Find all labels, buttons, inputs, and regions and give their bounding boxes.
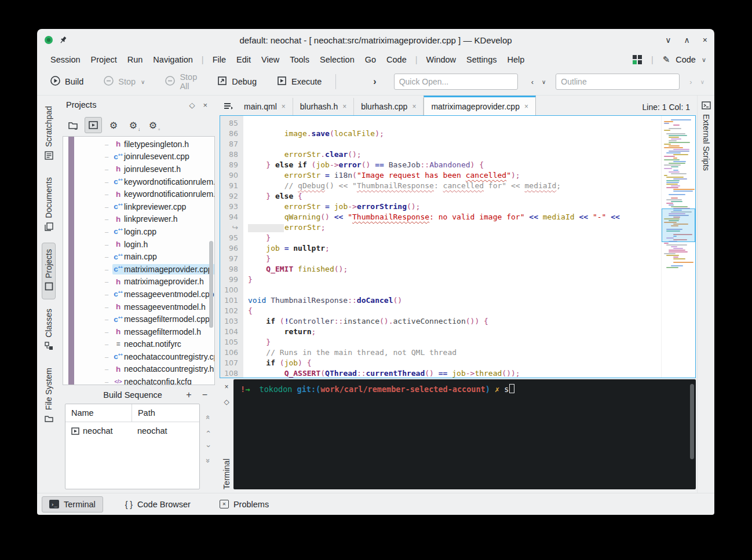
tree-item[interactable]: –c++login.cpp bbox=[63, 225, 207, 238]
move-down-button[interactable]: › bbox=[205, 445, 213, 447]
menu-item-session[interactable]: Session bbox=[45, 53, 86, 66]
column-header-path[interactable]: Path bbox=[132, 408, 199, 418]
editor-tab-blurhash.cpp[interactable]: blurhash.cpp× bbox=[354, 98, 424, 115]
menu-item-view[interactable]: View bbox=[256, 53, 284, 66]
add-build-item-button[interactable]: + bbox=[181, 390, 196, 400]
execute-button[interactable]: Execute bbox=[271, 72, 327, 91]
toolbar-overflow-icon[interactable]: › bbox=[373, 76, 376, 87]
tree-item[interactable]: –</>neochatconfig.kcfg bbox=[63, 375, 207, 385]
tree-item[interactable]: –hjoinrulesevent.h bbox=[63, 163, 207, 175]
build-custom-button[interactable]: ⚙▫ bbox=[145, 118, 161, 133]
tree-item[interactable]: –hmessageeventmodel.h bbox=[63, 301, 207, 313]
code-area[interactable]: image.save(localFile); errorStr.clear();… bbox=[243, 116, 661, 378]
sidebar-tab-scratchpad[interactable]: Scratchpad bbox=[42, 100, 55, 168]
tree-item[interactable]: –hmatriximageprovider.h bbox=[63, 276, 207, 288]
open-project-button[interactable] bbox=[65, 118, 81, 133]
float-dock-icon[interactable]: ◇ bbox=[224, 398, 229, 406]
minimap[interactable] bbox=[661, 116, 695, 378]
tree-item[interactable]: –c++linkpreviewer.cpp bbox=[63, 200, 207, 213]
menu-item-help[interactable]: Help bbox=[502, 53, 530, 66]
stop-all-button[interactable]: Stop All bbox=[159, 69, 203, 94]
area-code-button[interactable]: Code bbox=[676, 55, 696, 64]
external-scripts-tab[interactable]: External Scripts bbox=[702, 114, 711, 171]
tree-item[interactable]: –c++joinrulesevent.cpp bbox=[63, 151, 207, 163]
tree-item[interactable]: –c++messagefiltermodel.cpp bbox=[63, 313, 207, 325]
quick-open-input[interactable] bbox=[394, 74, 518, 90]
pin-icon[interactable] bbox=[59, 36, 67, 44]
close-tab-icon[interactable]: × bbox=[282, 103, 286, 111]
tree-item[interactable]: –hfiletypesingleton.h bbox=[63, 138, 207, 151]
problems-toolview-button[interactable]: ✕Problems bbox=[213, 497, 276, 512]
tree-item[interactable]: –c++messageeventmodel.cpp bbox=[63, 288, 207, 301]
close-dock-icon[interactable]: × bbox=[224, 383, 228, 391]
build-button[interactable]: Build bbox=[44, 72, 89, 91]
tree-scrollbar[interactable] bbox=[209, 241, 213, 328]
menu-item-code[interactable]: Code bbox=[381, 53, 412, 66]
sidebar-tab-file-system[interactable]: File System bbox=[42, 362, 55, 430]
sidebar-tab-projects[interactable]: Projects bbox=[42, 243, 56, 300]
move-bottom-button[interactable]: » bbox=[204, 459, 213, 463]
tree-item[interactable]: –c++keywordnotificationrulem... bbox=[63, 175, 207, 188]
menu-item-project[interactable]: Project bbox=[86, 53, 122, 66]
remove-build-item-button[interactable]: − bbox=[197, 390, 213, 400]
chevron-down-icon[interactable]: ∨ bbox=[141, 79, 145, 85]
build-button[interactable]: ⚙ bbox=[105, 118, 122, 133]
menu-item-selection[interactable]: Selection bbox=[315, 53, 360, 66]
outline-dropdown-icon[interactable]: ∨ bbox=[698, 79, 707, 85]
debug-button[interactable]: Debug bbox=[211, 72, 262, 91]
tree-item[interactable]: –hlogin.h bbox=[63, 238, 207, 251]
editor-tab-blurhash.h[interactable]: blurhash.h× bbox=[293, 98, 354, 115]
build-selection-button[interactable] bbox=[85, 117, 102, 133]
code-browser-toolview-button[interactable]: { }Code Browser bbox=[118, 497, 198, 512]
tree-item[interactable]: –≡neochat.notifyrc bbox=[63, 338, 207, 351]
table-row[interactable]: neochat neochat bbox=[65, 422, 199, 440]
terminal-scrollbar[interactable] bbox=[690, 384, 694, 459]
close-tab-icon[interactable]: × bbox=[524, 103, 528, 111]
sidebar-tab-documents[interactable]: Documents bbox=[42, 171, 55, 239]
terminal-dock-label[interactable]: Terminal bbox=[222, 456, 231, 489]
code-token: ( bbox=[280, 317, 284, 325]
sidebar-tab-classes[interactable]: Classes bbox=[42, 303, 55, 358]
column-header-name[interactable]: Name bbox=[65, 404, 132, 422]
terminal-toolview-button[interactable]: ›_Terminal bbox=[42, 496, 103, 513]
tree-item[interactable]: –hlinkpreviewer.h bbox=[63, 213, 207, 226]
nav-back-icon[interactable]: ‹ bbox=[528, 78, 536, 86]
close-tab-icon[interactable]: × bbox=[412, 103, 416, 111]
tree-item[interactable]: –c++matriximageprovider.cpp bbox=[63, 263, 207, 276]
chevron-down-icon[interactable]: ∨ bbox=[702, 56, 706, 64]
close-button[interactable]: × bbox=[703, 35, 707, 45]
code-editor[interactable]: 85868788899091929394↪9596979899100101102… bbox=[220, 115, 696, 378]
menu-item-edit[interactable]: Edit bbox=[231, 53, 256, 66]
tree-item[interactable]: –hneochataccountregistry.h bbox=[63, 363, 207, 376]
outline-input[interactable] bbox=[556, 74, 680, 90]
menu-item-run[interactable]: Run bbox=[122, 53, 148, 66]
editor-tab-matriximageprovider.cpp[interactable]: matriximageprovider.cpp× bbox=[424, 96, 536, 115]
stop-button[interactable]: Stop∨ bbox=[97, 72, 151, 91]
minimap-viewport[interactable] bbox=[662, 208, 695, 242]
nav-dropdown-icon[interactable]: ∨ bbox=[539, 79, 549, 85]
maximize-button[interactable]: ∧ bbox=[684, 35, 690, 45]
move-up-button[interactable]: ‹ bbox=[205, 430, 213, 433]
minimize-button[interactable]: ∨ bbox=[665, 35, 671, 45]
menu-item-file[interactable]: File bbox=[207, 53, 231, 66]
outline-forward-icon[interactable]: › bbox=[687, 78, 695, 86]
tree-item[interactable]: –hmessagefiltermodel.h bbox=[63, 325, 207, 338]
move-top-button[interactable]: « bbox=[204, 415, 213, 419]
menu-item-go[interactable]: Go bbox=[360, 53, 381, 66]
close-panel-icon[interactable]: × bbox=[199, 101, 211, 109]
menu-item-navigation[interactable]: Navigation bbox=[148, 53, 198, 66]
install-button[interactable]: ⚙↓ bbox=[125, 118, 141, 133]
tree-item[interactable]: –c++neochataccountregistry.cpp bbox=[63, 350, 207, 363]
terminal[interactable]: !→ tokodon git:(work/carl/remember-selec… bbox=[233, 379, 696, 489]
tree-item[interactable]: –c++main.cpp bbox=[63, 250, 207, 263]
titlebar[interactable]: default: neochat - [ neochat:src/matrixi… bbox=[37, 29, 714, 51]
menu-item-settings[interactable]: Settings bbox=[461, 53, 502, 66]
area-switcher-icon[interactable] bbox=[633, 55, 642, 64]
menu-item-tools[interactable]: Tools bbox=[284, 53, 315, 66]
editor-tab-main.qml[interactable]: main.qml× bbox=[237, 98, 293, 115]
close-tab-icon[interactable]: × bbox=[342, 103, 346, 111]
menu-item-window[interactable]: Window bbox=[421, 53, 462, 66]
tree-item[interactable]: –hkeywordnotificationrulem... bbox=[63, 188, 207, 200]
document-list-icon[interactable] bbox=[221, 98, 236, 114]
float-panel-icon[interactable]: ◇ bbox=[185, 101, 199, 109]
